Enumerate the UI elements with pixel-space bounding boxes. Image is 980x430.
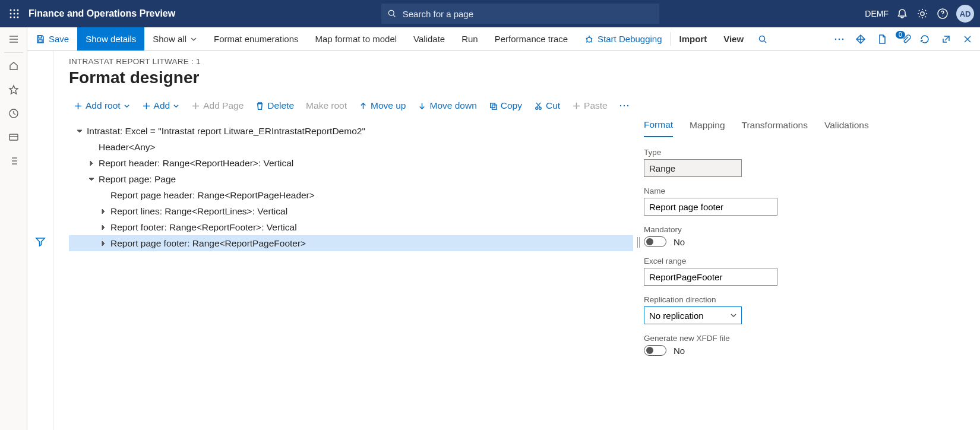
tree-expand-icon[interactable]: [87, 175, 96, 184]
format-enumerations-button[interactable]: Format enumerations: [206, 27, 307, 50]
recent-icon[interactable]: [0, 102, 27, 125]
svg-point-5: [17, 13, 19, 15]
attachments-badge: 0: [896, 31, 905, 39]
user-avatar[interactable]: AD: [956, 5, 974, 23]
tree-row[interactable]: Header<Any>: [69, 139, 633, 155]
nav-menu-icon[interactable]: [0, 27, 27, 51]
notifications-icon[interactable]: [896, 7, 909, 20]
svg-rect-42: [491, 103, 495, 108]
svg-point-7: [14, 17, 15, 18]
svg-point-50: [627, 105, 628, 106]
make-root-button: Make root: [301, 98, 352, 113]
help-icon[interactable]: [936, 7, 949, 20]
svg-point-49: [624, 105, 625, 106]
save-button[interactable]: Save: [27, 27, 77, 50]
svg-point-4: [14, 13, 15, 15]
search-box[interactable]: [381, 4, 659, 24]
designer-toolbar: Add root Add Add Page Delete Make root M…: [69, 98, 965, 113]
run-button[interactable]: Run: [453, 27, 486, 50]
overflow-icon[interactable]: [830, 27, 848, 51]
tree-row[interactable]: Intrastat: Excel = "Intrastat report Lit…: [69, 123, 633, 139]
tree-row[interactable]: Report header: Range<ReportHeader>: Vert…: [69, 155, 633, 171]
close-icon[interactable]: [959, 27, 976, 51]
type-label: Type: [644, 148, 965, 157]
svg-point-11: [921, 12, 924, 15]
tree-node-label: Header<Any>: [99, 142, 156, 153]
filter-strip: [27, 51, 53, 430]
tree-row[interactable]: Report lines: Range<ReportLines>: Vertic…: [69, 203, 633, 219]
mandatory-toggle[interactable]: [644, 236, 666, 247]
svg-point-44: [536, 107, 538, 109]
excel-range-label: Excel range: [644, 257, 965, 265]
xfdf-toggle[interactable]: [644, 345, 666, 356]
favorites-icon[interactable]: [0, 78, 27, 102]
home-icon[interactable]: [0, 54, 27, 78]
tree-node-label: Report page: Page: [99, 174, 176, 185]
app-launcher[interactable]: [6, 5, 23, 22]
validate-button[interactable]: Validate: [405, 27, 453, 50]
map-format-button[interactable]: Map format to model: [307, 27, 406, 50]
tree-expand-icon[interactable]: [99, 239, 108, 248]
format-tree[interactable]: Intrastat: Excel = "Intrastat report Lit…: [69, 123, 633, 251]
tree-expand-icon[interactable]: [75, 127, 84, 136]
name-input[interactable]: [644, 198, 777, 216]
search-command-icon[interactable]: [752, 27, 773, 50]
tree-expand-icon[interactable]: [99, 223, 108, 232]
page-content: INTRASTAT REPORT LITWARE : 1 Format desi…: [53, 51, 980, 430]
show-details-button[interactable]: Show details: [77, 27, 144, 50]
filter-icon[interactable]: [35, 56, 46, 430]
settings-icon[interactable]: [916, 7, 929, 20]
modules-icon[interactable]: [0, 149, 27, 173]
performance-trace-button[interactable]: Performance trace: [486, 27, 576, 50]
replication-select[interactable]: No replication: [644, 306, 742, 324]
svg-point-2: [17, 10, 19, 11]
tree-row[interactable]: Report page: Page: [69, 171, 633, 187]
paste-button: Paste: [567, 98, 612, 113]
svg-rect-18: [10, 134, 18, 140]
search-icon: [387, 9, 397, 18]
tab-validations[interactable]: Validations: [824, 119, 869, 137]
workspaces-icon[interactable]: [0, 125, 27, 149]
add-root-button[interactable]: Add root: [69, 98, 135, 113]
tree-row[interactable]: Report page header: Range<ReportPageHead…: [69, 187, 633, 203]
tab-mapping[interactable]: Mapping: [690, 119, 725, 137]
diamond-icon[interactable]: [852, 27, 870, 51]
arrow-up-icon: [359, 102, 368, 110]
start-debugging-button[interactable]: Start Debugging: [576, 27, 670, 50]
move-up-button[interactable]: Move up: [354, 98, 410, 113]
xfdf-value: No: [674, 346, 685, 356]
search-input[interactable]: [402, 8, 653, 20]
tree-node-label: Report lines: Range<ReportLines>: Vertic…: [110, 206, 287, 217]
add-button[interactable]: Add: [137, 98, 185, 113]
view-button[interactable]: View: [715, 27, 752, 50]
column-splitter[interactable]: [633, 119, 644, 365]
popout-icon[interactable]: [937, 27, 955, 51]
company-label[interactable]: DEMF: [865, 9, 889, 18]
tree-row[interactable]: Report footer: Range<ReportFooter>: Vert…: [69, 219, 633, 235]
tree-row[interactable]: Report page footer: Range<ReportPageFoot…: [69, 235, 633, 251]
chevron-down-icon: [173, 103, 179, 109]
name-label: Name: [644, 186, 965, 195]
delete-button[interactable]: Delete: [251, 98, 299, 113]
command-bar-right: 0: [830, 27, 980, 50]
svg-point-6: [10, 17, 12, 18]
toolbar-overflow-icon[interactable]: [615, 102, 634, 109]
office-icon[interactable]: [873, 27, 891, 51]
svg-point-8: [17, 17, 19, 18]
replication-label: Replication direction: [644, 295, 965, 304]
move-down-button[interactable]: Move down: [413, 98, 481, 113]
tree-expand-icon[interactable]: [87, 159, 96, 168]
tab-transformations[interactable]: Transformations: [742, 119, 808, 137]
excel-range-input[interactable]: [644, 268, 777, 286]
tree-node-label: Report page header: Range<ReportPageHead…: [110, 190, 315, 201]
app-title: Finance and Operations Preview: [29, 8, 175, 19]
cut-button[interactable]: Cut: [529, 98, 565, 113]
svg-point-28: [587, 37, 592, 42]
attachments-icon[interactable]: 0: [894, 27, 912, 51]
import-button[interactable]: Import: [671, 27, 716, 50]
copy-button[interactable]: Copy: [484, 98, 527, 113]
refresh-icon[interactable]: [916, 27, 934, 51]
tab-format[interactable]: Format: [644, 119, 673, 137]
show-all-button[interactable]: Show all: [144, 27, 206, 50]
tree-expand-icon[interactable]: [99, 207, 108, 216]
